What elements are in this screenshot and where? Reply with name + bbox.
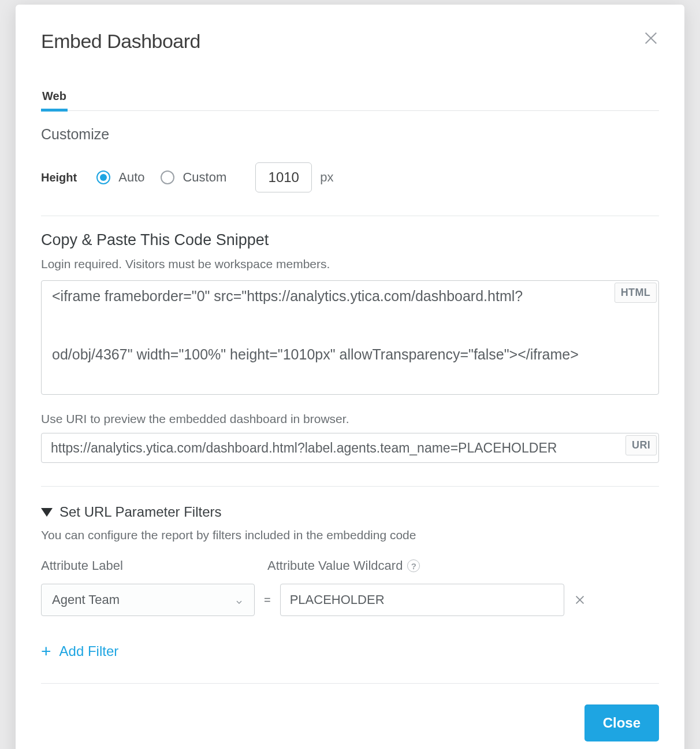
- add-filter-label: Add Filter: [59, 643, 119, 659]
- filters-subtitle: You can configure the report by filters …: [41, 528, 659, 542]
- radio-custom[interactable]: [161, 170, 174, 184]
- embed-dashboard-modal: Embed Dashboard Web Customize Height Aut…: [16, 5, 684, 749]
- add-filter-button[interactable]: + Add Filter: [41, 643, 659, 660]
- tabs: Web: [41, 90, 659, 111]
- html-badge[interactable]: HTML: [615, 283, 657, 303]
- snippet-title: Copy & Paste This Code Snippet: [41, 231, 659, 249]
- attribute-value-input[interactable]: [280, 584, 564, 616]
- attribute-select-value: Agent Team: [52, 592, 120, 607]
- divider: [41, 683, 659, 684]
- help-icon[interactable]: ?: [407, 559, 420, 572]
- divider: [41, 216, 659, 216]
- plus-icon: +: [41, 643, 51, 660]
- code-snippet[interactable]: [41, 280, 659, 395]
- radio-custom-label: Custom: [183, 170, 226, 185]
- close-button[interactable]: Close: [584, 704, 659, 741]
- filters-title: Set URL Parameter Filters: [59, 504, 222, 520]
- attribute-label-header: Attribute Label: [41, 558, 255, 573]
- radio-auto[interactable]: [96, 170, 110, 184]
- tab-web[interactable]: Web: [41, 90, 68, 112]
- divider: [41, 486, 659, 487]
- attribute-select[interactable]: Agent Team: [41, 584, 255, 616]
- radio-auto-label: Auto: [118, 170, 144, 185]
- close-icon[interactable]: [643, 30, 659, 46]
- attribute-value-header: Attribute Value Wildcard ?: [267, 558, 659, 573]
- height-input[interactable]: [255, 162, 312, 192]
- equals-label: =: [264, 594, 271, 607]
- uri-input[interactable]: [41, 433, 659, 463]
- customize-label: Customize: [41, 126, 659, 143]
- remove-filter-icon[interactable]: [574, 594, 586, 606]
- uri-badge[interactable]: URI: [625, 435, 657, 455]
- snippet-subtitle: Login required. Visitors must be workspa…: [41, 257, 659, 271]
- chevron-down-icon: [234, 595, 244, 605]
- modal-title: Embed Dashboard: [41, 30, 200, 53]
- height-label: Height: [41, 171, 77, 184]
- triangle-down-icon: [41, 508, 53, 517]
- height-unit: px: [320, 170, 333, 185]
- filters-toggle[interactable]: Set URL Parameter Filters: [41, 504, 659, 520]
- uri-subtitle: Use URI to preview the embedded dashboar…: [41, 412, 659, 426]
